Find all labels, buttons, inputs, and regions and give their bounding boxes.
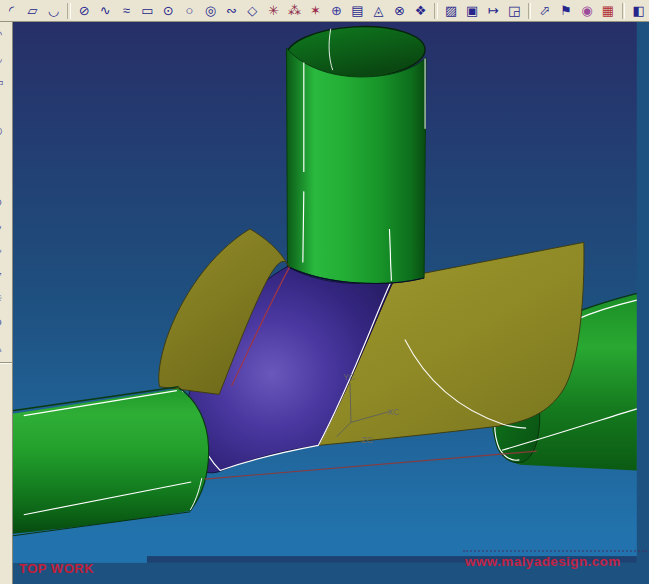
- arc-tool-icon[interactable]: ◠: [0, 22, 12, 46]
- toolbar-separator: [622, 3, 626, 19]
- curve-tool-icon[interactable]: ◡: [0, 46, 12, 70]
- circle-center-icon[interactable]: ⊙: [158, 1, 179, 21]
- plane-tool-icon[interactable]: ▱: [0, 262, 12, 286]
- spline-points-icon[interactable]: ≈: [116, 1, 137, 21]
- viewport-3d[interactable]: YC XC ZC: [0, 22, 649, 584]
- triad-z-label: ZC: [362, 435, 374, 445]
- helix-icon[interactable]: ◎: [200, 1, 221, 21]
- circle-icon[interactable]: ○: [179, 1, 200, 21]
- bridge-curve-icon[interactable]: ◡: [43, 1, 64, 21]
- clipped-tool-icon[interactable]: ◧: [628, 1, 649, 21]
- top-toolbar: ◜▱◡⊘∿≈▭⊙○◎∾◇✳⁂✶⊕▤◬⊗❖▨▣↦◲⬀⚑◉▦◧: [0, 0, 649, 22]
- intersect-curve-icon[interactable]: ⊗: [389, 1, 410, 21]
- circle-tool-icon[interactable]: ○: [0, 94, 12, 118]
- watermark-url: www.malyadesign.com: [465, 554, 621, 569]
- leftbar-separator: [0, 362, 12, 364]
- page-flip-icon[interactable]: ◲: [504, 1, 525, 21]
- sketch-point-icon[interactable]: ✳: [263, 1, 284, 21]
- law-curve-icon[interactable]: ∾: [221, 1, 242, 21]
- spline-tool-icon[interactable]: ∿: [0, 214, 12, 238]
- star-tool-icon[interactable]: ✳: [0, 286, 12, 310]
- sheet-tool-icon[interactable]: □: [0, 142, 12, 166]
- triad-x-label: XC: [388, 407, 400, 417]
- wave-tool-icon[interactable]: ≈: [0, 166, 12, 190]
- surface-grid-icon[interactable]: ▤: [347, 1, 368, 21]
- center-tool-icon[interactable]: ⊙: [0, 190, 12, 214]
- toolbar-separator: [67, 3, 71, 19]
- sheet-corner-icon[interactable]: ▱: [22, 1, 43, 21]
- face-tool-icon[interactable]: ▭: [0, 70, 12, 94]
- left-toolbar-clipped: ◠◡▭○◎□≈⊙∿◇▱✳⊕◬: [0, 22, 13, 584]
- dotted-guideline: [463, 550, 647, 552]
- exit-sketch-icon[interactable]: ↦: [483, 1, 504, 21]
- plane-flag-icon[interactable]: ⚑: [555, 1, 576, 21]
- polyline-icon[interactable]: ∿: [95, 1, 116, 21]
- red-mesh-icon[interactable]: ▦: [597, 1, 618, 21]
- datum-tool-icon[interactable]: ⊕: [0, 310, 12, 334]
- scatter-points-icon[interactable]: ✶: [305, 1, 326, 21]
- diamond-tool-icon[interactable]: ◇: [0, 238, 12, 262]
- triangle-mesh-icon[interactable]: ◬: [368, 1, 389, 21]
- branch-cylinder[interactable]: [285, 23, 426, 283]
- toolbar-separator: [434, 3, 438, 19]
- mesh-tool-icon[interactable]: ◬: [0, 334, 12, 358]
- studio-spline-icon[interactable]: ◜: [1, 1, 22, 21]
- extrude-icon[interactable]: ⬀: [534, 1, 555, 21]
- triad-y-label: YC: [343, 372, 355, 382]
- copy-feature-icon[interactable]: ▣: [462, 1, 483, 21]
- view-name-label: TOP WORK: [19, 561, 94, 576]
- trimmed-sheet-icon[interactable]: ▨: [441, 1, 462, 21]
- cad-application-window: ◜▱◡⊘∿≈▭⊙○◎∾◇✳⁂✶⊕▤◬⊗❖▨▣↦◲⬀⚑◉▦◧: [0, 0, 649, 584]
- section-curve-icon[interactable]: ❖: [410, 1, 431, 21]
- datum-point-icon[interactable]: ⊕: [326, 1, 347, 21]
- shaded-sphere-icon[interactable]: ◉: [576, 1, 597, 21]
- toolbar-separator: [528, 3, 532, 19]
- point-on-curve-icon[interactable]: ⊘: [74, 1, 95, 21]
- region-loop-icon[interactable]: ◇: [242, 1, 263, 21]
- ring-tool-icon[interactable]: ◎: [0, 118, 12, 142]
- point-pattern-icon[interactable]: ⁂: [284, 1, 305, 21]
- rectangle-icon[interactable]: ▭: [137, 1, 158, 21]
